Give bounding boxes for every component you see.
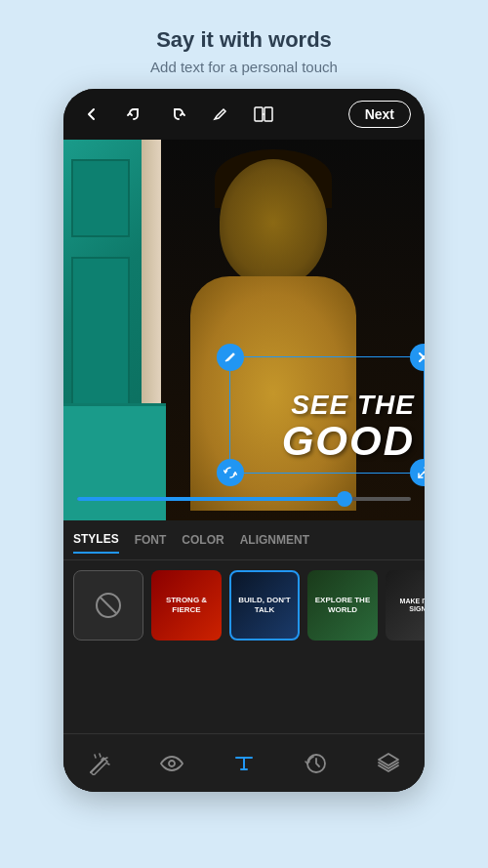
- page-title: Say it with words: [150, 27, 338, 53]
- handle-rotate[interactable]: [217, 459, 244, 486]
- door-bottom: [63, 403, 166, 520]
- text-selection-box[interactable]: [229, 356, 425, 474]
- style-card-build-label: BUILD, DON'T TALK: [231, 592, 298, 618]
- undo-icon[interactable]: [120, 100, 149, 129]
- toolbar-right: Next: [348, 101, 411, 128]
- image-area: SEE THE GOOD: [63, 140, 425, 520]
- handle-edit[interactable]: [217, 344, 244, 371]
- tabs-row: STYLES FONT COLOR ALIGNMENT: [63, 520, 425, 560]
- compare-icon[interactable]: [249, 100, 278, 129]
- tab-color[interactable]: COLOR: [182, 533, 224, 553]
- style-card-strong[interactable]: STRONG & FIERCE: [151, 570, 222, 641]
- back-icon[interactable]: [77, 100, 106, 129]
- layers-icon[interactable]: [369, 744, 408, 783]
- slider-thumb[interactable]: [337, 491, 352, 507]
- tab-alignment[interactable]: ALIGNMENT: [240, 533, 309, 553]
- redo-icon[interactable]: [163, 100, 192, 129]
- text-icon[interactable]: [224, 744, 264, 783]
- eye-icon[interactable]: [152, 744, 191, 783]
- style-card-none[interactable]: [73, 570, 143, 641]
- style-card-build[interactable]: BUILD, DON'T TALK: [229, 570, 300, 641]
- handle-close[interactable]: [410, 344, 425, 371]
- magic-wand-icon[interactable]: [80, 744, 119, 783]
- page-subtitle: Add text for a personal touch: [150, 59, 338, 75]
- photo-background: SEE THE GOOD: [63, 140, 425, 520]
- toolbar-left: [77, 100, 278, 129]
- style-cards-row: STRONG & FIERCE BUILD, DON'T TALK EXPLOR…: [63, 560, 425, 650]
- bottom-panel: STYLES FONT COLOR ALIGNMENT STRONG & FIE…: [63, 520, 425, 792]
- style-card-make-label: MAKE IT SIG SIGNIF: [386, 594, 425, 618]
- svg-rect-0: [255, 107, 263, 121]
- svg-line-6: [101, 598, 116, 613]
- style-card-explore-label: EXPLORE THE WORLD: [307, 592, 378, 618]
- slider-fill: [77, 497, 345, 501]
- bottom-nav: [63, 733, 425, 792]
- slider-container: [77, 497, 411, 501]
- svg-point-7: [169, 761, 175, 766]
- style-card-strong-label: STRONG & FIERCE: [151, 592, 222, 618]
- style-card-make[interactable]: MAKE IT SIG SIGNIF: [386, 570, 425, 641]
- style-card-explore[interactable]: EXPLORE THE WORLD: [307, 570, 378, 641]
- svg-rect-1: [264, 107, 272, 121]
- tab-styles[interactable]: STYLES: [73, 532, 119, 554]
- edit-icon[interactable]: [206, 100, 235, 129]
- phone-frame: Next SEE THE GOOD: [63, 89, 425, 792]
- top-toolbar: Next: [63, 89, 425, 140]
- header-section: Say it with words Add text for a persona…: [131, 0, 357, 89]
- next-button[interactable]: Next: [348, 101, 411, 128]
- tab-font[interactable]: FONT: [135, 533, 167, 553]
- history-icon[interactable]: [297, 744, 336, 783]
